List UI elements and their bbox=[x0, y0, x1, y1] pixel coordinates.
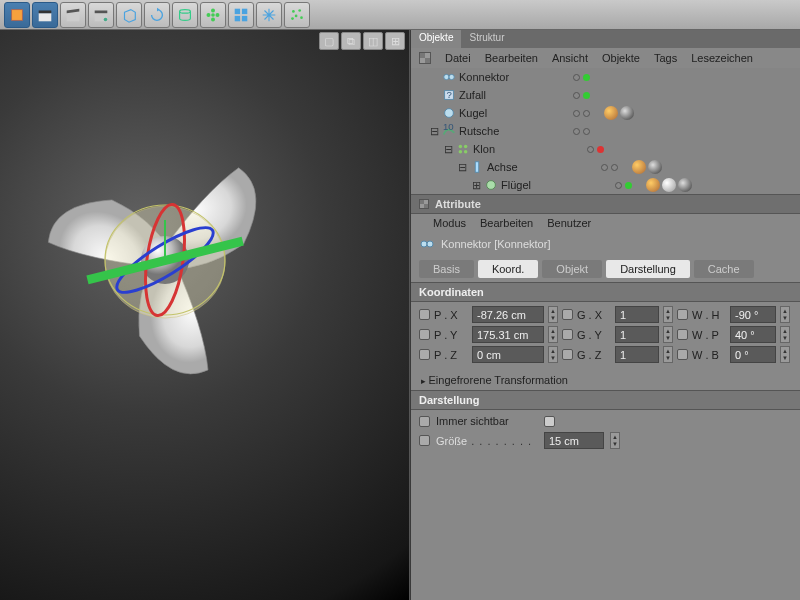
field-wp[interactable]: 40 ° bbox=[730, 326, 776, 343]
visibility-dot[interactable] bbox=[601, 164, 608, 171]
tool-clapper2-icon[interactable] bbox=[60, 2, 86, 28]
tool-cube-icon[interactable] bbox=[4, 2, 30, 28]
tool-quad-icon[interactable] bbox=[228, 2, 254, 28]
frozen-transform-toggle[interactable]: Eingefrorene Transformation bbox=[411, 370, 800, 390]
size-anim[interactable] bbox=[419, 435, 430, 446]
atab-object[interactable]: Objekt bbox=[542, 260, 602, 278]
object-tag-icon[interactable] bbox=[648, 160, 662, 174]
menu-objects[interactable]: Objekte bbox=[602, 52, 640, 64]
tree-row-achse[interactable]: ⊟Achse bbox=[411, 158, 800, 176]
expand-toggle[interactable]: ⊟ bbox=[457, 161, 467, 174]
spin-gz[interactable]: ▲▼ bbox=[663, 346, 673, 363]
visibility-dot[interactable] bbox=[611, 164, 618, 171]
attr-menu-user[interactable]: Benutzer bbox=[547, 217, 591, 229]
tool-flower-icon[interactable] bbox=[200, 2, 226, 28]
field-gy[interactable]: 1 bbox=[615, 326, 659, 343]
field-gz[interactable]: 1 bbox=[615, 346, 659, 363]
attr-menu-mode[interactable]: Modus bbox=[433, 217, 466, 229]
atab-display[interactable]: Darstellung bbox=[606, 260, 690, 278]
tree-row-kugel[interactable]: Kugel bbox=[411, 104, 800, 122]
always-visible-checkbox[interactable] bbox=[544, 416, 555, 427]
object-tag-icon[interactable] bbox=[620, 106, 634, 120]
vp-btn1-icon[interactable]: ▢ bbox=[319, 32, 339, 50]
visibility-dot[interactable] bbox=[587, 146, 594, 153]
object-tag-icon[interactable] bbox=[646, 178, 660, 192]
spin-wp[interactable]: ▲▼ bbox=[780, 326, 790, 343]
menu-tags[interactable]: Tags bbox=[654, 52, 677, 64]
tool-clapper3-icon[interactable] bbox=[88, 2, 114, 28]
field-wb[interactable]: 0 ° bbox=[730, 346, 776, 363]
tool-clapper1-icon[interactable] bbox=[32, 2, 58, 28]
tree-row-flügel[interactable]: ⊞Flügel bbox=[411, 176, 800, 194]
object-tag-icon[interactable] bbox=[632, 160, 646, 174]
tool-box-icon[interactable] bbox=[116, 2, 142, 28]
gx-anim-toggle[interactable] bbox=[562, 309, 573, 320]
spin-gx[interactable]: ▲▼ bbox=[663, 306, 673, 323]
object-tree[interactable]: Konnektor?ZufallKugel⊟10Rutsche⊟Klon⊟Ach… bbox=[411, 68, 800, 194]
visibility-dot[interactable] bbox=[615, 182, 622, 189]
wh-anim-toggle[interactable] bbox=[677, 309, 688, 320]
py-anim-toggle[interactable] bbox=[419, 329, 430, 340]
gy-anim-toggle[interactable] bbox=[562, 329, 573, 340]
attr-grip-icon[interactable] bbox=[419, 199, 429, 209]
visibility-dot[interactable] bbox=[573, 74, 580, 81]
field-pz[interactable]: 0 cm bbox=[472, 346, 544, 363]
object-tag-icon[interactable] bbox=[604, 106, 618, 120]
tool-rot-icon[interactable] bbox=[144, 2, 170, 28]
visibility-dot[interactable] bbox=[625, 182, 632, 189]
spin-pz[interactable]: ▲▼ bbox=[548, 346, 558, 363]
field-px[interactable]: -87.26 cm bbox=[472, 306, 544, 323]
wp-anim-toggle[interactable] bbox=[677, 329, 688, 340]
gz-anim-toggle[interactable] bbox=[562, 349, 573, 360]
expand-toggle[interactable]: ⊟ bbox=[443, 143, 453, 156]
vp-btn3-icon[interactable]: ◫ bbox=[363, 32, 383, 50]
tool-particles-icon[interactable] bbox=[284, 2, 310, 28]
always-visible-anim[interactable] bbox=[419, 416, 430, 427]
object-tag-icon[interactable] bbox=[662, 178, 676, 192]
visibility-dot[interactable] bbox=[583, 92, 590, 99]
size-field[interactable]: 15 cm bbox=[544, 432, 604, 449]
atab-basis[interactable]: Basis bbox=[419, 260, 474, 278]
object-tag-icon[interactable] bbox=[678, 178, 692, 192]
field-py[interactable]: 175.31 cm bbox=[472, 326, 544, 343]
viewport[interactable]: ▢ ⧉ ◫ ⊞ bbox=[0, 30, 410, 600]
tree-row-konnektor[interactable]: Konnektor bbox=[411, 68, 800, 86]
visibility-dot[interactable] bbox=[597, 146, 604, 153]
visibility-dot[interactable] bbox=[583, 74, 590, 81]
spin-size[interactable]: ▲▼ bbox=[610, 432, 620, 449]
tree-row-rutsche[interactable]: ⊟10Rutsche bbox=[411, 122, 800, 140]
field-wh[interactable]: -90 ° bbox=[730, 306, 776, 323]
atab-coord[interactable]: Koord. bbox=[478, 260, 538, 278]
px-anim-toggle[interactable] bbox=[419, 309, 430, 320]
tool-expand-icon[interactable] bbox=[256, 2, 282, 28]
propeller-object[interactable] bbox=[25, 120, 305, 400]
visibility-dot[interactable] bbox=[583, 110, 590, 117]
tree-row-klon[interactable]: ⊟Klon bbox=[411, 140, 800, 158]
menu-view[interactable]: Ansicht bbox=[552, 52, 588, 64]
menu-edit[interactable]: Bearbeiten bbox=[485, 52, 538, 64]
spin-wb[interactable]: ▲▼ bbox=[780, 346, 790, 363]
spin-gy[interactable]: ▲▼ bbox=[663, 326, 673, 343]
spin-py[interactable]: ▲▼ bbox=[548, 326, 558, 343]
menu-bookmarks[interactable]: Lesezeichen bbox=[691, 52, 753, 64]
field-gx[interactable]: 1 bbox=[615, 306, 659, 323]
attr-menu-edit[interactable]: Bearbeiten bbox=[480, 217, 533, 229]
vp-btn2-icon[interactable]: ⧉ bbox=[341, 32, 361, 50]
tree-row-zufall[interactable]: ?Zufall bbox=[411, 86, 800, 104]
spin-wh[interactable]: ▲▼ bbox=[780, 306, 790, 323]
menu-file[interactable]: Datei bbox=[445, 52, 471, 64]
visibility-dot[interactable] bbox=[573, 92, 580, 99]
tab-objects[interactable]: Objekte bbox=[411, 30, 461, 48]
wb-anim-toggle[interactable] bbox=[677, 349, 688, 360]
spin-px[interactable]: ▲▼ bbox=[548, 306, 558, 323]
pz-anim-toggle[interactable] bbox=[419, 349, 430, 360]
menu-grip-icon[interactable] bbox=[419, 52, 431, 64]
tool-tube-icon[interactable] bbox=[172, 2, 198, 28]
visibility-dot[interactable] bbox=[583, 128, 590, 135]
tab-structure[interactable]: Struktur bbox=[461, 30, 512, 48]
expand-toggle[interactable]: ⊞ bbox=[471, 179, 481, 192]
visibility-dot[interactable] bbox=[573, 128, 580, 135]
visibility-dot[interactable] bbox=[573, 110, 580, 117]
vp-btn4-icon[interactable]: ⊞ bbox=[385, 32, 405, 50]
atab-cache[interactable]: Cache bbox=[694, 260, 754, 278]
